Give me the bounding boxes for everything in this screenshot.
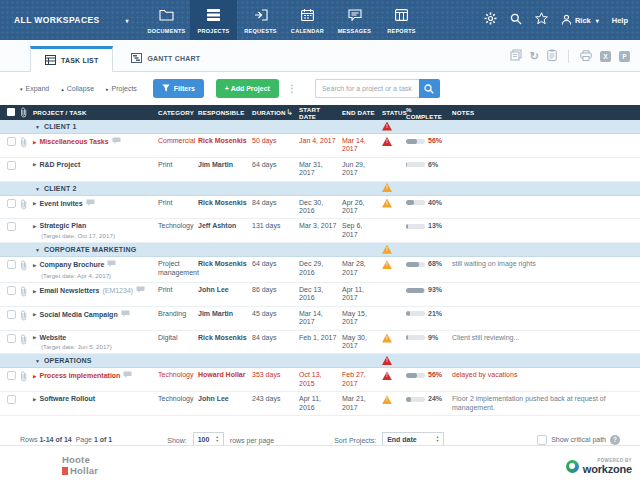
task-name[interactable]: Email Newsletters (39, 287, 99, 295)
expand-task-caret[interactable]: ▶ (33, 162, 36, 167)
expand-task-caret[interactable]: ▶ (33, 374, 36, 379)
duration-cell: 64 days (252, 257, 286, 271)
comment-icon[interactable] (112, 137, 121, 147)
task-name[interactable]: Process implementation (39, 372, 120, 380)
header-duration[interactable]: DURATION (252, 109, 286, 116)
expand-task-caret[interactable]: ▶ (33, 335, 36, 340)
expand-task-caret[interactable]: ▶ (33, 201, 36, 206)
target-date: (Target date: Apr 4, 2017) (41, 272, 154, 279)
star-icon[interactable] (535, 11, 548, 29)
category-cell: Technology (158, 219, 198, 233)
help-question-icon[interactable]: ? (610, 435, 620, 445)
comment-icon[interactable] (86, 199, 95, 209)
print-icon[interactable] (580, 47, 592, 65)
select-all-checkbox[interactable] (0, 108, 20, 117)
row-checkbox[interactable] (7, 395, 16, 404)
workspace-selector[interactable]: ALL WORKSPACES ▾ (14, 15, 129, 25)
collapse-group-caret[interactable]: ▼ (35, 358, 40, 364)
search-input[interactable] (315, 79, 419, 98)
collapse-link[interactable]: ▴Collapse (61, 85, 94, 92)
copy-icon[interactable] (510, 47, 522, 65)
warning-status-icon: ! (382, 260, 392, 269)
expand-link[interactable]: ▾Expand (20, 85, 49, 92)
comment-icon[interactable] (107, 260, 116, 270)
export-pdf-icon[interactable]: P (619, 51, 630, 62)
comment-icon[interactable] (136, 286, 145, 296)
expand-task-caret[interactable]: ▶ (33, 397, 36, 402)
expand-task-caret[interactable]: ▶ (33, 312, 36, 317)
collapse-group-caret[interactable]: ▼ (35, 247, 40, 253)
row-count: Rows 1-14 of 14 Page 1 of 1 (20, 436, 112, 443)
status-cell: ! (382, 196, 406, 213)
task-name[interactable]: Strategic Plan (39, 222, 86, 230)
search-button[interactable] (419, 79, 440, 98)
comment-icon[interactable] (121, 310, 130, 320)
task-name[interactable]: R&D Project (39, 161, 80, 169)
header-category[interactable]: CATEGORY (158, 109, 198, 116)
nav-item-requests[interactable]: REQUESTS (237, 0, 284, 40)
filters-button[interactable]: Filters (153, 79, 204, 98)
header-project-task[interactable]: PROJECT / TASK (33, 109, 158, 116)
nav-item-reports[interactable]: REPORTS (378, 0, 425, 40)
task-name[interactable]: Software Rollout (39, 395, 95, 403)
clipboard-icon[interactable] (547, 47, 557, 65)
row-checkbox[interactable] (7, 222, 16, 231)
user-name: Rick (575, 16, 591, 25)
header-complete[interactable]: % COMPLETE (406, 106, 452, 120)
responsible-cell: Jim Martin (198, 158, 252, 172)
expand-task-caret[interactable]: ▶ (33, 263, 36, 268)
expand-task-caret[interactable]: ▶ (33, 224, 36, 229)
collapse-group-caret[interactable]: ▼ (35, 186, 40, 192)
category-cell: Commercial (158, 134, 198, 148)
gear-icon[interactable] (484, 11, 497, 29)
start-date-cell: Mar 31, 2017 (299, 158, 342, 181)
row-checkbox[interactable] (7, 137, 16, 146)
projects-icon (207, 7, 220, 25)
percent-complete-cell: 24% (406, 392, 452, 406)
end-date-cell: Apr 11, 2017 (342, 283, 382, 306)
task-name[interactable]: Miscellaneous Tasks (39, 138, 108, 146)
task-name[interactable]: Company Brochure (39, 261, 104, 269)
nav-item-calendar[interactable]: CALENDAR (284, 0, 331, 40)
expand-task-caret[interactable]: ▶ (33, 140, 36, 145)
header-end-date[interactable]: END DATE (342, 109, 382, 116)
task-name[interactable]: Social Media Campaign (39, 311, 117, 319)
add-project-button[interactable]: + Add Project (216, 79, 279, 98)
comment-icon[interactable] (123, 371, 132, 381)
collapse-group-caret[interactable]: ▼ (35, 124, 40, 130)
nav-item-projects[interactable]: PROJECTS (190, 0, 237, 40)
header-start-date[interactable]: START DATE (299, 106, 342, 120)
paperclip-icon (20, 339, 27, 346)
duration-cell: 131 days (252, 219, 286, 233)
row-checkbox[interactable] (7, 310, 16, 319)
more-options-icon[interactable]: ⋮ (287, 83, 297, 94)
row-checkbox[interactable] (7, 260, 16, 269)
notes-cell: Floor 2 implementation pushed back at re… (452, 392, 640, 415)
nav-item-messages[interactable]: MESSAGES (331, 0, 378, 40)
projects-link[interactable]: ▸Projects (106, 85, 137, 92)
messages-icon (348, 7, 362, 25)
row-checkbox[interactable] (7, 334, 16, 343)
critical-path-checkbox[interactable] (537, 435, 547, 445)
header-status[interactable]: STATUS (382, 109, 406, 116)
search-box (315, 79, 440, 98)
nav-item-documents[interactable]: DOCUMENTS (143, 0, 190, 40)
task-name[interactable]: Event Invites (39, 200, 82, 208)
recycle-icon[interactable]: ↻ (530, 51, 539, 62)
task-name[interactable]: Website (39, 334, 66, 342)
user-menu[interactable]: Rick ▾ (561, 14, 599, 27)
end-date-cell: Mar 21, 2017 (342, 392, 382, 415)
row-checkbox[interactable] (7, 161, 16, 170)
help-link[interactable]: Help (612, 16, 628, 25)
row-checkbox[interactable] (7, 371, 16, 380)
tab-gantt-chart[interactable]: GANTT CHART (113, 45, 218, 71)
search-icon[interactable] (510, 11, 522, 29)
percent-complete-cell: 93% (406, 283, 452, 297)
export-excel-icon[interactable]: X (600, 51, 611, 62)
row-checkbox[interactable] (7, 199, 16, 208)
expand-task-caret[interactable]: ▶ (33, 289, 36, 294)
row-checkbox[interactable] (7, 286, 16, 295)
header-notes[interactable]: NOTES (452, 109, 640, 116)
tab-task-list[interactable]: TASK LIST (30, 46, 113, 72)
header-responsible[interactable]: RESPONSIBLE (198, 109, 252, 116)
